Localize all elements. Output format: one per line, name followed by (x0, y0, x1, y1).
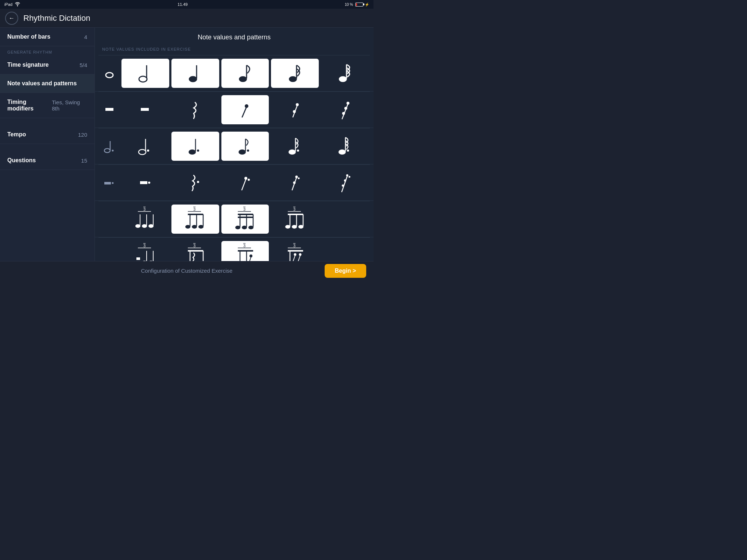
svg-text:3: 3 (193, 244, 196, 248)
page-title: Rhythmic Dictation (23, 13, 90, 23)
sidebar-label-time-sig: Time signature (7, 62, 49, 68)
triplet-rest-c-symbol: 3 (221, 241, 269, 261)
dotted-eighth-note-symbol (221, 132, 269, 161)
svg-point-41 (112, 182, 114, 184)
svg-point-27 (147, 149, 149, 152)
note-cell-half-rest[interactable] (121, 95, 169, 124)
note-cell-triplet-3-sixteenth[interactable]: 3 (271, 205, 319, 234)
note-cell-dotted-half-rest[interactable] (121, 168, 169, 197)
note-cell-dotted-quarter-rest[interactable] (171, 168, 219, 197)
note-cell-triplet-3-eighth-b[interactable]: 3 (221, 205, 269, 234)
svg-point-37 (338, 149, 346, 155)
svg-point-0 (106, 73, 113, 78)
svg-point-61 (142, 224, 147, 228)
note-cell-dotted-quarter[interactable] (171, 132, 219, 161)
dotted-sixteenth-note-symbol (271, 132, 319, 161)
note-cell-dotted-thirtysecond-rest[interactable] (321, 168, 369, 197)
sidebar-spacer2 (0, 144, 94, 151)
whole-note-label-symbol (100, 59, 119, 88)
dotted-thirtysecond-note-symbol (321, 132, 369, 161)
svg-point-34 (289, 149, 296, 155)
begin-button[interactable]: Begin > (325, 264, 366, 278)
sidebar-item-time-signature[interactable]: Time signature 5/4 (0, 56, 94, 74)
back-button[interactable]: ← (5, 12, 18, 25)
note-cell-triplet-rest-d[interactable]: 3 (271, 241, 319, 261)
triplet-3-quarter-symbol: 3 (121, 205, 169, 234)
sidebar-label-questions: Questions (7, 157, 36, 164)
note-cell-triplet-rest-a[interactable]: 3 (121, 241, 169, 261)
svg-point-31 (239, 149, 246, 155)
note-cell-dotted-half[interactable] (121, 132, 169, 161)
svg-text:3: 3 (293, 244, 295, 248)
triplet-label-symbol (100, 205, 119, 234)
svg-point-33 (247, 149, 249, 152)
sidebar-item-number-of-bars[interactable]: Number of bars 4 (0, 28, 94, 46)
note-cell-half[interactable] (121, 59, 169, 88)
svg-rect-12 (141, 108, 149, 111)
quarter-rest-symbol (171, 95, 219, 124)
svg-point-44 (197, 181, 199, 183)
sidebar-value-questions: 15 (81, 158, 87, 164)
notation-row-3 (95, 128, 374, 164)
sidebar-item-timing-modifiers[interactable]: Timing modifiers Ties, Swing 8th (0, 93, 94, 118)
note-cell-quarter-rest[interactable] (171, 95, 219, 124)
note-cell-dotted-sixteenth[interactable] (271, 132, 319, 161)
svg-text:3: 3 (243, 207, 245, 211)
svg-line-55 (342, 176, 347, 192)
svg-text:3: 3 (193, 207, 196, 211)
triplet-3-eighth-a-symbol: 3 (171, 205, 219, 234)
notation-row-5-triplets: 3 3 (95, 201, 374, 237)
svg-point-59 (135, 224, 140, 228)
charging-icon: ⚡ (365, 3, 369, 7)
quarter-note-symbol (171, 59, 219, 88)
svg-line-46 (242, 179, 246, 190)
sidebar-item-tempo[interactable]: Tempo 120 (0, 125, 94, 144)
note-cell-triplet-3-eighth-a[interactable]: 3 (171, 205, 219, 234)
sidebar-item-questions[interactable]: Questions 15 (0, 151, 94, 170)
battery-percent: 10 % (345, 3, 353, 7)
triplet-rest-b-symbol: 3 (171, 241, 219, 261)
svg-rect-11 (105, 108, 113, 111)
svg-line-122 (293, 256, 295, 261)
dotted-half-rest-label-symbol (100, 168, 119, 197)
row-label-triplet (100, 205, 119, 234)
svg-point-5 (239, 76, 247, 82)
note-cell-quarter[interactable] (171, 59, 219, 88)
sidebar-value-time-sig: 5/4 (80, 62, 87, 68)
svg-point-7 (289, 76, 297, 82)
note-cell-eighth-rest[interactable] (221, 95, 269, 124)
svg-point-47 (248, 179, 250, 181)
svg-point-56 (348, 176, 350, 178)
note-cell-dotted-eighth[interactable] (221, 132, 269, 161)
row-label-dotted-half (100, 132, 119, 161)
half-rest-symbol (121, 95, 169, 124)
eighth-note-symbol (221, 59, 269, 88)
triplet-rest-d-symbol: 3 (271, 241, 319, 261)
note-cell-eighth[interactable] (221, 59, 269, 88)
bottom-right: Begin > (247, 264, 366, 278)
note-cell-dotted-sixteenth-rest[interactable] (271, 168, 319, 197)
sidebar-item-note-values[interactable]: Note values and patterns (0, 74, 94, 93)
note-cell-dotted-eighth-rest[interactable] (221, 168, 269, 197)
note-cell-triplet-rest-empty (321, 241, 369, 261)
svg-point-22 (104, 149, 110, 153)
note-cell-triplet-rest-c[interactable]: 3 (221, 241, 269, 261)
triplet-rest-a-symbol: 3 (121, 241, 169, 261)
sixteenth-rest-symbol (271, 95, 319, 124)
note-cell-triplet-3-quarter[interactable]: 3 (121, 205, 169, 234)
note-cell-triplet-rest-b[interactable]: 3 (171, 241, 219, 261)
dotted-thirtysecond-rest-symbol (321, 168, 369, 197)
note-cell-thirtysecond-rest[interactable] (321, 95, 369, 124)
note-cell-sixteenth[interactable] (271, 59, 319, 88)
dotted-quarter-rest-symbol (171, 168, 219, 197)
note-cell-dotted-thirtysecond[interactable] (321, 132, 369, 161)
whole-rest-label-symbol (100, 95, 119, 124)
row-label-dotted-rest (100, 168, 119, 197)
thirtysecond-note-symbol (321, 59, 369, 88)
note-cell-sixteenth-rest[interactable] (271, 95, 319, 124)
dotted-sixteenth-rest-symbol (271, 168, 319, 197)
svg-text:3: 3 (143, 244, 146, 248)
svg-point-51 (298, 178, 299, 179)
row-label-whole-rest (100, 95, 119, 124)
note-cell-thirtysecond[interactable] (321, 59, 369, 88)
